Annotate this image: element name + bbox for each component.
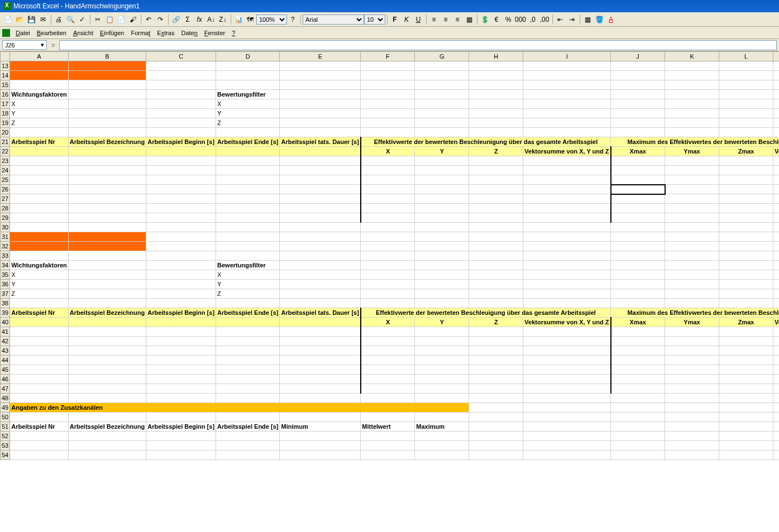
cell-H31[interactable] xyxy=(469,232,523,242)
preview-icon[interactable]: 🔍 xyxy=(65,14,76,25)
cell-L45[interactable] xyxy=(719,365,773,375)
cell-F16[interactable] xyxy=(361,90,415,99)
cell-H45[interactable] xyxy=(469,365,523,375)
cell-C36[interactable] xyxy=(146,280,216,289)
row-header-46[interactable]: 46 xyxy=(1,375,10,384)
cell-L34[interactable] xyxy=(719,261,773,270)
cell-M50[interactable] xyxy=(773,413,779,422)
cell-F33[interactable] xyxy=(361,251,415,261)
cell-G23[interactable] xyxy=(415,156,469,166)
cell-A53[interactable] xyxy=(10,441,69,450)
cell-I28[interactable] xyxy=(523,204,611,213)
cell-H33[interactable] xyxy=(469,251,523,261)
cell-L23[interactable] xyxy=(719,156,773,166)
cell-K52[interactable] xyxy=(665,432,719,441)
cell-I15[interactable] xyxy=(523,80,611,90)
fill-color-icon[interactable]: 🪣 xyxy=(594,14,605,25)
cell-A28[interactable] xyxy=(10,204,69,213)
cell-G28[interactable] xyxy=(415,204,469,213)
cell-G53[interactable] xyxy=(415,441,469,450)
cell-E48[interactable] xyxy=(280,394,361,403)
cell-D51[interactable]: Arbeitsspiel Ende [s] xyxy=(216,422,280,432)
formula-input[interactable] xyxy=(59,40,777,50)
cell-A22[interactable] xyxy=(10,147,69,156)
cell-A48[interactable] xyxy=(10,394,69,403)
cell-M30[interactable] xyxy=(773,223,779,232)
col-header-L[interactable]: L xyxy=(719,52,773,61)
cell-G26[interactable] xyxy=(415,185,469,194)
cell-K49[interactable] xyxy=(665,403,719,413)
cell-L54[interactable] xyxy=(719,450,773,460)
spell-icon[interactable]: ✓ xyxy=(77,14,88,25)
cell-F17[interactable] xyxy=(361,99,415,109)
cell-I25[interactable] xyxy=(523,175,611,185)
underline-button[interactable]: U xyxy=(413,14,424,25)
cell-I35[interactable] xyxy=(523,270,611,280)
cell-D14[interactable] xyxy=(216,71,280,80)
cell-E41[interactable] xyxy=(280,327,361,337)
cell-B37[interactable] xyxy=(68,289,146,299)
col-header-D[interactable]: D xyxy=(216,52,280,61)
cell-F32[interactable] xyxy=(361,242,415,251)
cell-H44[interactable] xyxy=(469,356,523,365)
cell-J15[interactable] xyxy=(611,80,665,90)
font-color-icon[interactable]: A xyxy=(605,14,616,25)
cell-E16[interactable] xyxy=(280,90,361,99)
cell-I32[interactable] xyxy=(523,242,611,251)
row-header-49[interactable]: 49 xyxy=(1,403,10,413)
cell-I47[interactable] xyxy=(523,384,611,394)
cell-J31[interactable] xyxy=(611,232,665,242)
cell-D52[interactable] xyxy=(216,432,280,441)
cell-K30[interactable] xyxy=(665,223,719,232)
cell-B18[interactable] xyxy=(68,109,146,118)
cell-M31[interactable] xyxy=(773,232,779,242)
row-header-31[interactable]: 31 xyxy=(1,232,10,242)
cell-D30[interactable] xyxy=(216,223,280,232)
cell-D15[interactable] xyxy=(216,80,280,90)
cell-H27[interactable] xyxy=(469,194,523,204)
cell-F13[interactable] xyxy=(361,61,415,71)
cell-J29[interactable] xyxy=(611,213,665,223)
row-header-50[interactable]: 50 xyxy=(1,413,10,422)
cell-J42[interactable] xyxy=(611,337,665,346)
cell-G25[interactable] xyxy=(415,175,469,185)
row-header-33[interactable]: 33 xyxy=(1,251,10,261)
cell-J16[interactable] xyxy=(611,90,665,99)
cell-E37[interactable] xyxy=(280,289,361,299)
cell-E44[interactable] xyxy=(280,356,361,365)
cell-D13[interactable] xyxy=(216,61,280,71)
row-header-29[interactable]: 29 xyxy=(1,213,10,223)
cell-K25[interactable] xyxy=(665,175,719,185)
cell-H14[interactable] xyxy=(469,71,523,80)
cell-E21[interactable]: Arbeitsspiel tats. Dauer [s] xyxy=(280,137,361,147)
cell-M27[interactable] xyxy=(773,194,779,204)
cell-B53[interactable] xyxy=(68,441,146,450)
cell-C35[interactable] xyxy=(146,270,216,280)
cell-G29[interactable] xyxy=(415,213,469,223)
row-header-25[interactable]: 25 xyxy=(1,175,10,185)
cell-F14[interactable] xyxy=(361,71,415,80)
cell-K40[interactable]: Ymax xyxy=(665,318,719,327)
cell-J17[interactable] xyxy=(611,99,665,109)
cell-G41[interactable] xyxy=(415,327,469,337)
new-icon[interactable]: 📄 xyxy=(2,14,13,25)
cell-H15[interactable] xyxy=(469,80,523,90)
row-header-53[interactable]: 53 xyxy=(1,441,10,450)
cell-C52[interactable] xyxy=(146,432,216,441)
cell-L42[interactable] xyxy=(719,337,773,346)
col-header-A[interactable]: A xyxy=(10,52,69,61)
cell-F26[interactable] xyxy=(361,185,415,194)
chevron-down-icon[interactable]: ▾ xyxy=(41,41,44,49)
cell-C46[interactable] xyxy=(146,375,216,384)
name-box[interactable]: J26▾ xyxy=(2,40,47,50)
cell-A49[interactable]: Angaben zu den Zusatzkanälen xyxy=(10,403,469,413)
cell-H47[interactable] xyxy=(469,384,523,394)
cell-J36[interactable] xyxy=(611,280,665,289)
cell-H29[interactable] xyxy=(469,213,523,223)
cell-C45[interactable] xyxy=(146,365,216,375)
cell-C40[interactable] xyxy=(146,318,216,327)
cell-I50[interactable] xyxy=(523,413,611,422)
cell-G31[interactable] xyxy=(415,232,469,242)
cell-C27[interactable] xyxy=(146,194,216,204)
cell-G24[interactable] xyxy=(415,166,469,175)
